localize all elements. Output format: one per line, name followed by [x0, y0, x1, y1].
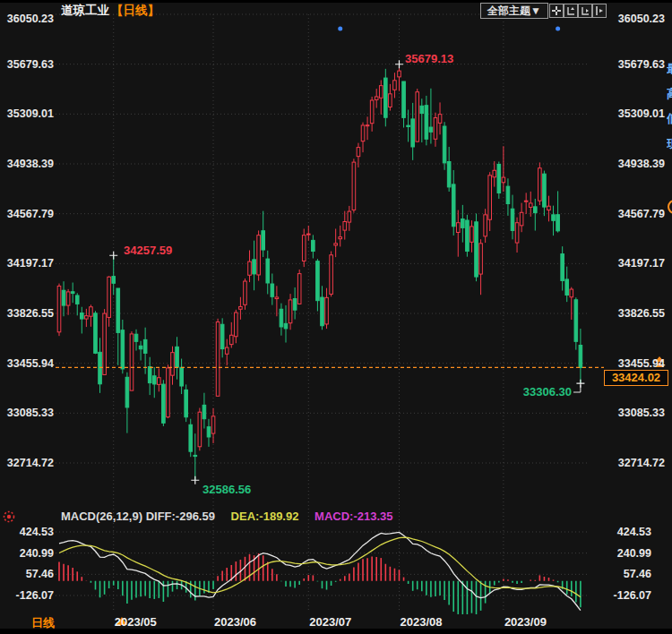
- price-axis-label-left: 32714.72: [0, 457, 54, 469]
- price-axis-label-right: 35309.01: [591, 107, 665, 120]
- macd-axis-label-right: 240.99: [591, 547, 651, 560]
- macd-axis-label-left: 424.53: [2, 526, 54, 538]
- price-axis-label-left: 33085.33: [0, 407, 54, 419]
- price-axis-label-right: 33826.55: [591, 307, 665, 320]
- x-axis-label: 2023/06: [214, 615, 256, 629]
- x-axis-label: 2023/09: [504, 615, 547, 629]
- side-toolbar-item[interactable]: 最: [667, 61, 672, 77]
- price-axis-label-right: 33455.94: [591, 357, 665, 370]
- macd-header: MACD(26,12,9) DIFF:-296.59 DEA:-189.92 M…: [61, 510, 393, 523]
- price-axis-label-left: 35679.63: [0, 58, 54, 71]
- price-axis-label-right: 34567.79: [591, 208, 665, 220]
- trough-price-label: 32586.56: [202, 483, 251, 496]
- price-axis-label-right: 34938.39: [591, 158, 665, 170]
- price-axis-label-right: 35679.63: [591, 58, 665, 71]
- side-toolbar-item[interactable]: 现: [667, 136, 672, 152]
- price-axis-label-left: 34197.17: [0, 257, 54, 270]
- price-axis-label-left: 36050.23: [0, 13, 54, 25]
- price-axis-label-left: 34938.39: [0, 158, 54, 170]
- instrument-name: 道琼工业: [61, 4, 109, 17]
- macd-axis-label-left: 57.46: [2, 568, 54, 580]
- side-toolbar-item[interactable]: 高: [667, 86, 672, 102]
- price-axis-label-right: 34197.17: [591, 257, 665, 270]
- price-axis-label-left: 33826.55: [0, 307, 54, 320]
- page-title: 道琼工业【日线】: [61, 3, 159, 19]
- recent-low-price-label: 33306.30: [495, 385, 572, 398]
- price-axis-label-right: 32714.72: [591, 457, 665, 469]
- period-badge: 【日线】: [111, 4, 159, 17]
- macd-axis-label-left: 240.99: [2, 547, 54, 560]
- period-toggle[interactable]: 日线: [31, 615, 55, 631]
- price-axis-label-right: 33085.33: [591, 407, 665, 419]
- macd-axis-label-left: -126.07: [2, 589, 54, 602]
- last-price-box: 33424.02: [604, 370, 668, 386]
- price-axis-label-left: 35309.01: [0, 107, 54, 120]
- theme-dropdown[interactable]: 全部主题▼: [480, 3, 548, 19]
- price-axis-label-left: 33455.94: [0, 357, 54, 370]
- y-axis-scale-icon[interactable]: [564, 4, 578, 18]
- crosshair-move-icon[interactable]: [549, 4, 564, 18]
- price-axis-label-right: 36050.23: [591, 13, 665, 25]
- side-toolbar-item[interactable]: 低: [667, 111, 672, 127]
- macd-axis-label-right: 424.53: [591, 526, 651, 538]
- stock-chart-window: 道琼工业【日线】 全部主题▼ 35679.13 34257.59 32586.5…: [0, 0, 672, 634]
- x-axis-label: 2023/05: [115, 615, 157, 629]
- local-peak-price-label: 34257.59: [124, 244, 172, 257]
- macd-axis-label-right: -126.07: [591, 589, 651, 602]
- macd-macd-value: MACD:-213.35: [314, 510, 392, 523]
- peak-price-label: 35679.13: [405, 52, 453, 65]
- x-axis-label: 2023/07: [309, 615, 351, 629]
- macd-formula-diff-value: MACD(26,12,9) DIFF:-296.59: [61, 510, 215, 523]
- macd-axis-label-right: 57.46: [591, 568, 651, 580]
- x-axis-scale-icon[interactable]: [578, 4, 592, 18]
- macd-dea-value: DEA:-189.92: [231, 510, 299, 523]
- x-axis-label: 2023/08: [401, 615, 443, 629]
- candlestick-macd-chart[interactable]: [0, 0, 672, 634]
- price-axis-label-left: 34567.79: [0, 208, 54, 220]
- indicator-settings-icon[interactable]: [3, 510, 15, 523]
